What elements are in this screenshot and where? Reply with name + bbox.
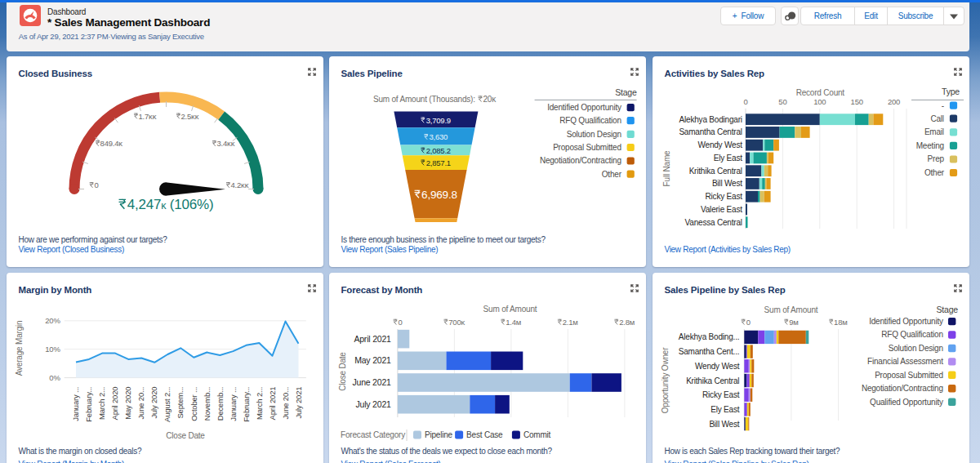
- svg-text:Stage: Stage: [615, 87, 637, 97]
- svg-text:Stage: Stage: [937, 305, 959, 314]
- svg-text:July 2021: July 2021: [356, 399, 392, 409]
- svg-text:Negotiation/Contracting: Negotiation/Contracting: [540, 156, 621, 165]
- svg-text:4.2κκ: 4.2κκ: [231, 180, 249, 189]
- svg-text:Septem...: Septem...: [176, 387, 185, 419]
- svg-text:April 2021: April 2021: [268, 387, 277, 421]
- svg-text:August 2...: August 2...: [163, 387, 172, 422]
- svg-text:50: 50: [778, 97, 786, 106]
- svg-text:February...: February...: [242, 387, 251, 422]
- svg-text:April 2020: April 2020: [110, 387, 119, 421]
- svg-text:0: 0: [746, 318, 751, 327]
- svg-text:Solution Design: Solution Design: [567, 130, 621, 139]
- svg-text:Ricky East: Ricky East: [706, 192, 743, 201]
- svg-text:October ...: October ...: [189, 387, 198, 421]
- svg-text:4,247κ (106%): 4,247κ (106%): [127, 197, 214, 212]
- svg-text:May 2021: May 2021: [354, 355, 391, 365]
- svg-text:0: 0: [743, 97, 747, 106]
- svg-text:Other: Other: [924, 168, 945, 177]
- svg-text:Sum of Amount (Thousands):: Sum of Amount (Thousands):: [373, 95, 475, 104]
- svg-text:June 20...: June 20...: [136, 387, 145, 420]
- svg-text:10%: 10%: [45, 345, 60, 354]
- svg-text:Wendy West: Wendy West: [697, 140, 742, 149]
- svg-text:2.8м: 2.8м: [619, 318, 635, 327]
- svg-text:Close Date: Close Date: [166, 431, 205, 440]
- svg-text:3,709.9: 3,709.9: [426, 116, 451, 125]
- svg-text:20%: 20%: [45, 316, 60, 325]
- svg-text:2,085.2: 2,085.2: [426, 146, 451, 155]
- svg-text:Krithika Central: Krithika Central: [686, 376, 739, 385]
- svg-text:Qualified Opportunity: Qualified Opportunity: [870, 398, 943, 407]
- svg-text:RFQ Qualification: RFQ Qualification: [559, 116, 621, 125]
- svg-text:January ...: January ...: [229, 387, 238, 421]
- svg-text:Bill West: Bill West: [709, 420, 739, 429]
- svg-text:July 2021: July 2021: [294, 387, 303, 419]
- svg-text:Pipeline: Pipeline: [425, 430, 453, 439]
- svg-text:Commit: Commit: [523, 430, 551, 439]
- svg-text:Samantha Cent...: Samantha Cent...: [679, 347, 740, 356]
- svg-text:Call: Call: [930, 114, 943, 123]
- svg-text:700κ: 700κ: [448, 318, 465, 327]
- svg-text:Negotiation/Contracting: Negotiation/Contracting: [862, 384, 943, 393]
- svg-text:RFQ Qualification: RFQ Qualification: [881, 330, 943, 339]
- svg-text:1.7κκ: 1.7κκ: [139, 112, 157, 121]
- svg-text:Forecast Category: Forecast Category: [341, 430, 405, 439]
- svg-text:Proposal Submitted: Proposal Submitted: [875, 371, 943, 380]
- svg-text:Opportunity Owner: Opportunity Owner: [661, 347, 670, 413]
- svg-text:Proposal Submitted: Proposal Submitted: [553, 143, 621, 152]
- svg-text:June 2021: June 2021: [352, 377, 391, 387]
- svg-text:Full Name: Full Name: [662, 150, 671, 186]
- svg-text:Solution Design: Solution Design: [889, 344, 943, 353]
- svg-text:Email: Email: [924, 127, 944, 136]
- svg-text:-: -: [942, 101, 944, 110]
- svg-text:April 2021: April 2021: [354, 334, 391, 344]
- svg-text:Valerie East: Valerie East: [701, 205, 742, 214]
- svg-text:Other: Other: [602, 170, 622, 179]
- svg-text:Vanessa Central: Vanessa Central: [685, 218, 742, 227]
- svg-text:0: 0: [399, 318, 403, 327]
- svg-text:2,857.1: 2,857.1: [426, 158, 451, 167]
- svg-text:February...: February...: [84, 387, 93, 422]
- svg-text:Meeting: Meeting: [916, 141, 944, 150]
- svg-text:3.4κκ: 3.4κκ: [217, 139, 235, 148]
- svg-text:6,969.8: 6,969.8: [421, 189, 457, 201]
- svg-text:200: 200: [888, 97, 900, 106]
- svg-text:Ricky East: Ricky East: [702, 390, 740, 399]
- svg-text:Identified Opportunity: Identified Opportunity: [547, 103, 621, 112]
- svg-text:1.4м: 1.4м: [506, 318, 521, 327]
- svg-text:2.1м: 2.1м: [563, 318, 578, 327]
- svg-text:Record Count: Record Count: [796, 88, 845, 97]
- svg-text:January ...: January ...: [71, 387, 80, 421]
- svg-text:Alekhya Boding...: Alekhya Boding...: [679, 332, 739, 341]
- svg-text:Close Date: Close Date: [338, 352, 347, 391]
- svg-text:March 2...: March 2...: [97, 387, 106, 420]
- svg-text:3,630: 3,630: [429, 132, 448, 141]
- svg-text:Sum of Amount: Sum of Amount: [483, 305, 537, 314]
- svg-text:Sum of Amount: Sum of Amount: [764, 305, 818, 314]
- svg-text:Best Case: Best Case: [466, 430, 503, 439]
- svg-text:Wendy West: Wendy West: [695, 362, 740, 371]
- svg-text:2.5κκ: 2.5κκ: [181, 112, 199, 121]
- svg-text:Alekhya Bodingari: Alekhya Bodingari: [679, 115, 742, 124]
- svg-text:Prep: Prep: [928, 154, 945, 163]
- svg-text:Samantha Central: Samantha Central: [679, 127, 742, 136]
- svg-text:June 20...: June 20...: [281, 387, 290, 420]
- svg-text:0: 0: [95, 180, 99, 189]
- svg-text:849.4κ: 849.4κ: [100, 139, 123, 148]
- svg-text:Ely East: Ely East: [714, 154, 743, 162]
- svg-text:Identified Opportunity: Identified Opportunity: [869, 317, 943, 326]
- svg-text:Average Margin: Average Margin: [15, 321, 24, 376]
- svg-text:9м: 9м: [789, 318, 798, 327]
- svg-text:Ely East: Ely East: [710, 405, 740, 414]
- svg-text:18м: 18м: [834, 318, 848, 327]
- svg-text:Financial Assessment: Financial Assessment: [867, 357, 943, 366]
- svg-text:20κ: 20κ: [483, 95, 497, 104]
- svg-text:Novemb...: Novemb...: [203, 387, 212, 421]
- svg-text:Type: Type: [942, 87, 960, 96]
- svg-text:May 2020: May 2020: [123, 387, 132, 420]
- svg-text:July 2020: July 2020: [149, 387, 158, 419]
- svg-text:0%: 0%: [49, 373, 60, 382]
- svg-text:March 2...: March 2...: [255, 387, 264, 420]
- svg-text:Decemb...: Decemb...: [216, 387, 225, 421]
- svg-text:Bill West: Bill West: [712, 179, 742, 188]
- svg-text:150: 150: [851, 97, 863, 106]
